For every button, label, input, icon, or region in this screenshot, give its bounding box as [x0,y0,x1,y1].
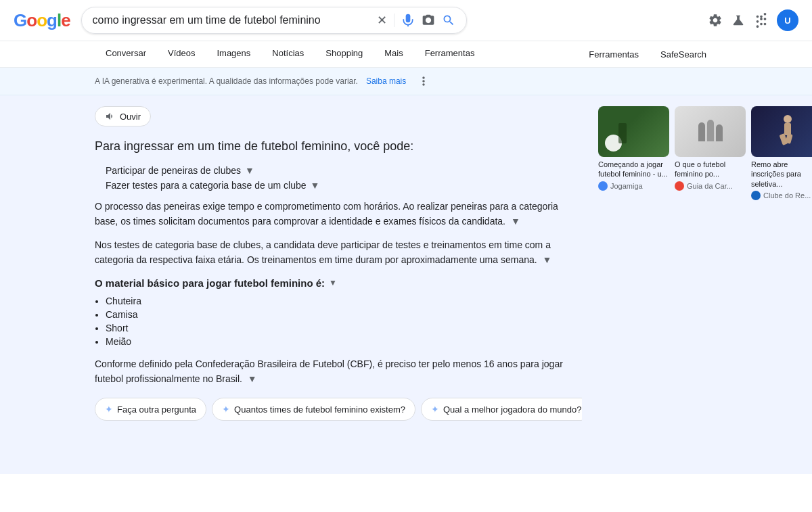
tab-shopping-label: Shopping [325,48,363,58]
bullet-item-2: Fazer testes para a categoria base de um… [106,180,582,191]
list-item-chuteira: Chuteira [106,296,582,306]
ai-content: Ouvir Para ingressar em um time de futeb… [95,106,582,463]
image-search-button[interactable] [422,14,435,27]
grid-icon [754,13,769,28]
bullet-2-text: Fazer testes para a categoria base de um… [106,180,307,191]
tab-imagens-label: Imagens [217,48,250,58]
chip-icon-2: ✦ [431,404,439,415]
image-card-3[interactable]: Remo abre inscrições para seletiva... Cl… [751,106,812,200]
tab-conversar-label: Conversar [106,48,146,58]
divider [394,14,394,27]
chip-label-0: Faça outra pergunta [117,404,196,415]
para-2-text: Nos testes de categoria base de clubes, … [95,239,551,265]
list-item-short: Short [106,323,582,333]
bullet-1-text: Participar de peneiras de clubes [106,165,241,176]
expand-para-3[interactable]: ▼ [248,373,257,384]
section-title-text: O material básico para jogar futebol fem… [95,277,325,289]
main-content: Ouvir Para ingressar em um time de futeb… [0,95,812,474]
speaker-icon [105,111,116,122]
chip-icon-0: ✦ [105,404,113,415]
para-1-text: O processo das peneiras exige tempo e co… [95,201,558,227]
tab-conversar[interactable]: Conversar [95,41,157,67]
header-actions: U [708,9,798,31]
more-icon [417,74,430,88]
tab-noticias[interactable]: Notícias [261,41,315,67]
list-item-camisa: Camisa [106,309,582,320]
ouvir-label: Ouvir [120,112,141,122]
expand-section[interactable]: ▼ [329,278,337,287]
source-2-icon [675,181,684,191]
tab-videos[interactable]: Vídeos [157,41,206,67]
search-icon [442,14,455,27]
lab-icon [731,13,746,28]
avatar[interactable]: U [777,9,798,31]
clear-button[interactable]: ✕ [377,13,387,28]
tab-mais-label: Mais [384,48,403,58]
image-card-2-title: O que o futebol feminino po... [675,160,746,179]
header: Google ✕ U [0,0,812,41]
image-card-2[interactable]: O que o futebol feminino po... Guia da C… [675,106,746,191]
image-card-1-img [598,106,669,157]
ferramentas-button[interactable]: Ferramentas [578,44,650,65]
image-card-1-source: Jogamiga [598,181,669,191]
chip-label-1: Quantos times de futebol feminino existe… [234,404,405,415]
source-3-name: Clube do Re... [763,191,811,200]
section-title: O material básico para jogar futebol fem… [95,277,582,289]
source-2-name: Guia da Car... [687,182,733,190]
mic-icon [401,14,415,27]
google-logo: Google [14,11,70,29]
chip-melhor-jogadora[interactable]: ✦ Qual a melhor jogadora do mundo? [421,398,582,421]
tab-shopping[interactable]: Shopping [315,41,374,67]
ai-banner: A IA generativa é experimental. A qualid… [0,68,812,95]
chip-label-2: Qual a melhor jogadora do mundo? [443,404,582,415]
apps-button[interactable] [754,13,769,28]
tab-ferramentas-label: Ferramentas [425,48,475,58]
title-text: Para ingressar em um time de futebol fem… [95,139,413,153]
chip-faca-outra-pergunta[interactable]: ✦ Faça outra pergunta [95,398,206,421]
gear-icon [708,13,723,28]
voice-search-button[interactable] [401,14,415,27]
expand-para-1[interactable]: ▼ [511,216,520,227]
tab-videos-label: Vídeos [168,48,195,58]
ouvir-button[interactable]: Ouvir [95,106,151,126]
source-3-icon [751,191,761,200]
image-card-3-img [751,106,812,157]
tab-mais[interactable]: Mais [374,41,413,67]
labs-button[interactable] [731,13,746,28]
ai-banner-link[interactable]: Saiba mais [366,76,406,86]
chip-icon-1: ✦ [222,404,230,415]
image-card-1-title: Começando a jogar futebol feminino - u..… [598,160,669,179]
image-cards-row: Começando a jogar futebol feminino - u..… [598,106,812,200]
chip-quantos-times[interactable]: ✦ Quantos times de futebol feminino exis… [212,398,415,421]
image-cards-panel: Começando a jogar futebol feminino - u..… [598,106,812,463]
ai-banner-more-button[interactable] [417,74,430,88]
ai-banner-text: A IA generativa é experimental. A qualid… [95,76,358,86]
image-card-3-source: Clube do Re... [751,191,812,200]
nav-tabs: Conversar Vídeos Imagens Notícias Shoppi… [0,41,812,68]
image-card-2-img [675,106,746,157]
paragraph-1: O processo das peneiras exige tempo e co… [95,199,582,229]
paragraph-2: Nos testes de categoria base de clubes, … [95,237,582,268]
items-list: Chuteira Camisa Short Meião [106,296,582,347]
expand-bullet-1[interactable]: ▼ [245,165,254,176]
image-card-1[interactable]: Começando a jogar futebol feminino - u..… [598,106,669,191]
camera-icon [422,14,435,27]
para-3-text: Conforme definido pela Confederação Bras… [95,358,563,384]
source-1-icon [598,181,608,191]
search-bar: ✕ [81,7,467,34]
bullet-item-1: Participar de peneiras de clubes ▼ [106,165,582,176]
search-button[interactable] [442,14,455,27]
tab-noticias-label: Notícias [272,48,304,58]
settings-button[interactable] [708,13,723,28]
image-card-3-title: Remo abre inscrições para seletiva... [751,160,812,189]
safesearch-button[interactable]: SafeSearch [650,44,717,65]
paragraph-3: Conforme definido pela Confederação Bras… [95,356,582,387]
expand-para-2[interactable]: ▼ [543,254,552,265]
tab-ferramentas[interactable]: Ferramentas [414,41,486,67]
image-card-2-source: Guia da Car... [675,181,746,191]
tab-imagens[interactable]: Imagens [206,41,261,67]
search-input[interactable] [93,14,370,26]
expand-bullet-2[interactable]: ▼ [311,180,320,191]
bullet-list: Participar de peneiras de clubes ▼ Fazer… [106,165,582,191]
source-1-name: Jogamiga [610,182,643,190]
